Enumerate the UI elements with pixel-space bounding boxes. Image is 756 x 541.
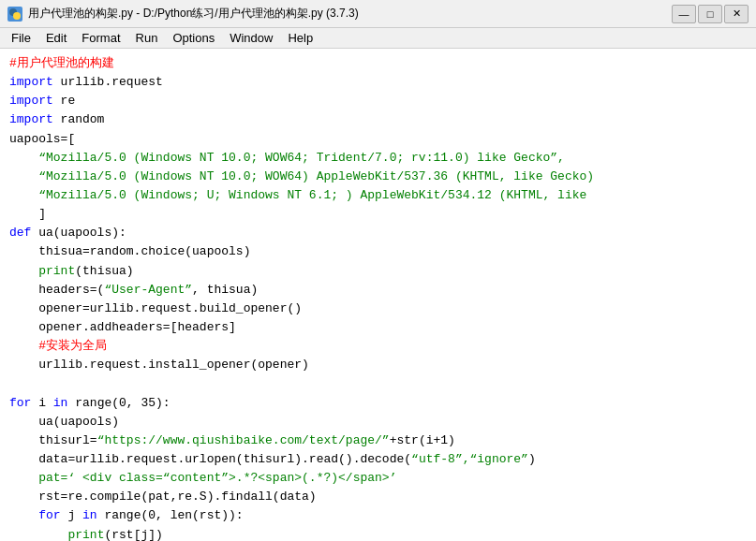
code-line: “Mozilla/5.0 (Windows; U; Windows NT 6.1… bbox=[9, 186, 747, 205]
python-icon bbox=[8, 7, 22, 21]
code-line: “Mozilla/5.0 (Windows NT 10.0; WOW64; Tr… bbox=[9, 149, 747, 168]
code-editor[interactable]: #用户代理池的构建 import urllib.request import r… bbox=[0, 49, 756, 541]
code-line: #安装为全局 bbox=[9, 337, 747, 356]
minimize-button[interactable]: — bbox=[672, 5, 696, 23]
code-line: rst=re.compile(pat,re.S).findall(data) bbox=[9, 488, 747, 506]
code-line: import re bbox=[9, 92, 747, 110]
window-title: 用户代理池的构架.py - D:/Python练习/用户代理池的构架.py (3… bbox=[28, 6, 672, 22]
title-bar: 用户代理池的构架.py - D:/Python练习/用户代理池的构架.py (3… bbox=[0, 0, 756, 28]
menu-options[interactable]: Options bbox=[165, 29, 222, 47]
code-line: data=urllib.request.urlopen(thisurl).rea… bbox=[9, 450, 747, 469]
menu-help[interactable]: Help bbox=[280, 29, 320, 47]
code-line: urllib.request.install_opener(opener) bbox=[9, 356, 747, 374]
menu-edit[interactable]: Edit bbox=[38, 29, 74, 47]
menu-bar: File Edit Format Run Options Window Help bbox=[0, 28, 756, 49]
window-controls: — □ ✕ bbox=[672, 5, 749, 23]
code-line: print(rst[j]) bbox=[9, 526, 747, 541]
code-line: #用户代理池的构建 bbox=[9, 54, 747, 73]
code-line: thisurl=“https://www.qiushibaike.com/tex… bbox=[9, 431, 747, 450]
close-button[interactable]: ✕ bbox=[724, 5, 749, 23]
code-line: opener.addheaders=[headers] bbox=[9, 318, 747, 337]
code-line: headers=(“User-Agent”, thisua) bbox=[9, 281, 747, 300]
code-line bbox=[9, 374, 747, 393]
code-line: def ua(uapools): bbox=[9, 224, 747, 242]
code-line: print(thisua) bbox=[9, 262, 747, 281]
code-line: opener=urllib.request.build_opener() bbox=[9, 300, 747, 318]
code-line: for j in range(0, len(rst)): bbox=[9, 506, 747, 525]
menu-window[interactable]: Window bbox=[222, 29, 280, 47]
code-line: ] bbox=[9, 205, 747, 224]
menu-format[interactable]: Format bbox=[74, 29, 127, 47]
app-icon bbox=[7, 7, 22, 22]
menu-run[interactable]: Run bbox=[128, 29, 166, 47]
code-line: “Mozilla/5.0 (Windows NT 10.0; WOW64) Ap… bbox=[9, 168, 747, 186]
code-line: thisua=random.choice(uapools) bbox=[9, 242, 747, 261]
code-line: import random bbox=[9, 110, 747, 129]
code-line: ua(uapools) bbox=[9, 413, 747, 431]
code-line: for i in range(0, 35): bbox=[9, 394, 747, 413]
code-line: import urllib.request bbox=[9, 73, 747, 92]
menu-file[interactable]: File bbox=[4, 29, 38, 47]
code-line: pat=‘ <div class=“content”>.*?<span>(.*?… bbox=[9, 469, 747, 488]
maximize-button[interactable]: □ bbox=[698, 5, 722, 23]
svg-point-1 bbox=[13, 12, 21, 20]
code-line: uapools=[ bbox=[9, 130, 747, 149]
